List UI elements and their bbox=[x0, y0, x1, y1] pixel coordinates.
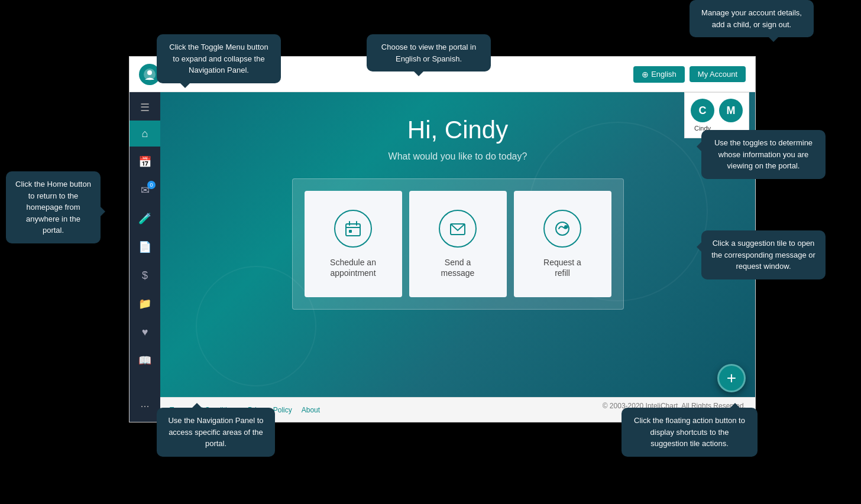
billing-icon: $ bbox=[142, 269, 148, 282]
svg-point-9 bbox=[564, 225, 568, 229]
tooltip-toggle-menu: Click the Toggle Menu button to expand a… bbox=[157, 34, 281, 83]
avatar-item-m[interactable]: M bbox=[719, 99, 743, 132]
tiles-container: Schedule anappointment Send amessage bbox=[292, 178, 624, 310]
sidebar-item-documents[interactable]: 📄 bbox=[130, 234, 160, 260]
tooltip-fab: Click the floating action button to disp… bbox=[622, 408, 758, 457]
svg-rect-6 bbox=[349, 230, 352, 233]
language-label: English bbox=[651, 70, 676, 79]
schedule-icon bbox=[334, 210, 372, 248]
book-icon: 📖 bbox=[138, 354, 151, 367]
document-icon: 📄 bbox=[138, 240, 151, 253]
folder-icon: 📁 bbox=[138, 297, 151, 310]
avatar-item-cindy[interactable]: C Cindy bbox=[691, 99, 714, 132]
lab-icon: 🧪 bbox=[138, 212, 151, 225]
tile-request-refill[interactable]: Request arefill bbox=[514, 191, 611, 297]
tooltip-nav: Use the Navigation Panel to access speci… bbox=[157, 408, 275, 457]
tooltip-home: Click the Home button to return to the h… bbox=[6, 171, 101, 243]
header-right: ⊕ English My Account bbox=[633, 66, 746, 83]
home-icon: ⌂ bbox=[142, 128, 148, 140]
tile-send-message[interactable]: Send amessage bbox=[409, 191, 507, 297]
tooltip-tiles: Click a suggestion tile to open the corr… bbox=[701, 230, 826, 279]
calendar-icon: 📅 bbox=[138, 155, 151, 168]
heart-icon: ♥ bbox=[142, 326, 148, 339]
main-content: Hi, Cindy What would you like to do toda… bbox=[160, 92, 755, 422]
sidebar-item-appointments[interactable]: 📅 bbox=[130, 149, 160, 175]
sidebar-item-billing[interactable]: $ bbox=[130, 262, 160, 288]
tooltip-avatars: Use the toggles to determine whose infor… bbox=[701, 130, 826, 179]
language-button[interactable]: ⊕ English bbox=[633, 66, 685, 83]
tile-schedule-appointment[interactable]: Schedule anappointment bbox=[305, 191, 402, 297]
svg-point-8 bbox=[556, 222, 569, 235]
refill-icon bbox=[543, 210, 581, 248]
avatar-m[interactable]: M bbox=[719, 99, 743, 122]
portal-window: Patient Portal ⊕ English My Account C Ci… bbox=[129, 56, 756, 422]
tile-message-label: Send amessage bbox=[441, 257, 475, 278]
sidebar-item-lab[interactable]: 🧪 bbox=[130, 206, 160, 232]
sidebar-item-health[interactable]: ♥ bbox=[130, 319, 160, 345]
globe-icon: ⊕ bbox=[642, 70, 649, 79]
sidebar-item-records[interactable]: 📁 bbox=[130, 291, 160, 317]
sidebar-item-home[interactable]: ⌂ bbox=[130, 121, 160, 147]
portal-body: ☰ ⌂ 📅 ✉ 0 🧪 📄 $ 📁 bbox=[130, 92, 755, 422]
sidebar-item-messages[interactable]: ✉ 0 bbox=[130, 177, 160, 203]
main-inner: Hi, Cindy What would you like to do toda… bbox=[160, 92, 755, 310]
messages-badge: 0 bbox=[147, 181, 156, 189]
avatar-cindy[interactable]: C bbox=[691, 99, 714, 122]
tile-schedule-label: Schedule anappointment bbox=[330, 257, 376, 278]
sidebar-more-button[interactable]: ··· bbox=[140, 395, 149, 417]
hamburger-icon: ☰ bbox=[140, 101, 150, 114]
tooltip-account: Manage your account details, add a child… bbox=[690, 0, 814, 37]
message-icon bbox=[439, 210, 477, 248]
greeting-text: Hi, Cindy bbox=[407, 116, 508, 144]
svg-point-1 bbox=[147, 70, 152, 75]
sidebar-item-education[interactable]: 📖 bbox=[130, 347, 160, 373]
tile-refill-label: Request arefill bbox=[543, 257, 581, 278]
toggle-menu-button[interactable]: ☰ bbox=[130, 97, 160, 118]
my-account-button[interactable]: My Account bbox=[690, 66, 746, 82]
subtitle-text: What would you like to do today? bbox=[389, 151, 527, 162]
svg-rect-2 bbox=[346, 224, 360, 236]
tooltip-language: Choose to view the portal in English or … bbox=[367, 34, 491, 71]
sidebar: ☰ ⌂ 📅 ✉ 0 🧪 📄 $ 📁 bbox=[130, 92, 160, 422]
